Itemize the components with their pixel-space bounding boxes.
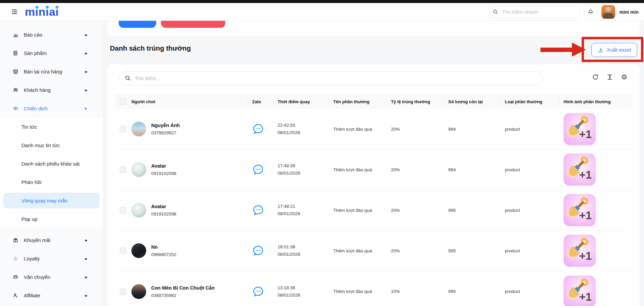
sidebar-collapse-icon[interactable] <box>10 7 19 16</box>
player-name: Avatar <box>151 204 176 209</box>
gift-icon <box>12 237 19 243</box>
spin-date: 08/01/2026 <box>278 211 300 216</box>
submenu-item-pop-up[interactable]: Pop up <box>0 210 103 228</box>
prize-plus-label: +1 <box>579 291 592 302</box>
win-rate: 10% <box>391 289 448 294</box>
row-height-icon[interactable] <box>606 73 614 81</box>
bell-icon <box>588 9 594 15</box>
header: mınıaı mini min <box>0 3 644 21</box>
spin-date: 08/01/2026 <box>278 171 300 176</box>
app-window: mınıaı mini min Báo cáo ▶ Sản phẩm ▶ <box>0 0 644 306</box>
prize-type: product <box>505 248 564 253</box>
prize-plus-label: +1 <box>579 250 592 261</box>
win-rate: 20% <box>391 248 448 253</box>
column-header-zalo: Zalo <box>252 99 278 104</box>
column-header-prize: Tên phần thưởng <box>333 99 391 104</box>
row-checkbox[interactable] <box>120 166 126 173</box>
delivery-icon <box>12 274 19 280</box>
chevron-right-icon: ▶ <box>85 294 87 297</box>
prize-image: +1 <box>564 154 596 186</box>
player-phone: 0966807202 <box>151 252 176 257</box>
sidebar-item-san-pham[interactable]: Sản phẩm ▶ <box>0 44 103 62</box>
zalo-chat-icon[interactable] <box>252 245 278 257</box>
select-all-checkbox[interactable] <box>120 98 126 105</box>
column-header-time: Thời điểm quay <box>278 99 333 104</box>
prize-image: +1 <box>564 276 596 306</box>
row-checkbox[interactable] <box>120 247 126 254</box>
spin-date: 08/01/2026 <box>278 293 300 298</box>
row-checkbox[interactable] <box>120 288 126 295</box>
annotation-arrow <box>540 48 573 52</box>
avatar <box>131 162 146 177</box>
brand-logo[interactable]: mınıaı <box>25 6 59 17</box>
sidebar-item-khuyen-mai[interactable]: Khuyến mãi ▶ <box>0 231 103 249</box>
global-search-input[interactable] <box>501 9 576 15</box>
prize-type: product <box>505 289 564 294</box>
prize-type: product <box>505 208 564 213</box>
download-icon <box>598 47 604 53</box>
submenu-item-tin-tuc[interactable]: Tin tức <box>0 118 103 136</box>
submenu-item-danh-muc-tin-tuc[interactable]: Danh mục tin tức <box>0 136 103 155</box>
player-name: Avatar <box>151 163 176 169</box>
zalo-chat-icon[interactable] <box>252 123 278 135</box>
spin-date: 08/01/2026 <box>278 130 300 135</box>
spin-time: 22:42:55 <box>278 123 295 128</box>
prize-name: Thêm lượt đào quà <box>333 208 391 213</box>
notifications-button[interactable] <box>584 5 597 19</box>
table-row[interactable]: Avatar 0919102598 17:48:21 08/01/2026 Th… <box>115 190 632 231</box>
column-header-image: Hình ảnh phần thưởng <box>564 99 632 104</box>
table-row[interactable]: Avatar 0919102598 17:48:39 08/01/2026 Th… <box>115 149 632 190</box>
refresh-icon[interactable] <box>591 73 599 81</box>
zalo-chat-icon[interactable] <box>252 164 278 176</box>
table-search-input[interactable] <box>134 75 537 82</box>
column-header-player: Người chơi <box>131 99 252 104</box>
settings-gear-icon[interactable]: ⚙ <box>620 73 628 81</box>
main-content: Danh sách trúng thưởng Xuất excel ⚙ Ngườ… <box>103 21 644 306</box>
win-rate: 20% <box>391 208 448 213</box>
spin-time: 16:01:38 <box>278 244 295 249</box>
row-checkbox[interactable] <box>120 207 126 213</box>
prize-name: Thêm lượt đào quà <box>333 289 391 294</box>
player-phone: 0919102598 <box>151 211 176 217</box>
player-phone: 0919102598 <box>151 171 176 176</box>
sidebar-item-ban-tai-cua-hang[interactable]: Bán tại cửa hàng ▶ <box>0 62 103 81</box>
sidebar-item-bao-cao[interactable]: Báo cáo ▶ <box>0 25 103 44</box>
global-search[interactable] <box>488 6 580 18</box>
clipped-blue-button[interactable] <box>119 21 156 28</box>
sidebar-item-khach-hang[interactable]: Khách hàng ▶ <box>0 81 103 99</box>
export-excel-button[interactable]: Xuất excel <box>591 43 637 57</box>
prize-name: Thêm lượt đào quà <box>333 248 391 253</box>
prize-image: +1 <box>564 113 596 145</box>
remaining-quantity: 995 <box>448 289 505 294</box>
top-black-bar <box>0 0 644 3</box>
page-title: Danh sách trúng thưởng <box>110 44 191 52</box>
zalo-chat-icon[interactable] <box>252 204 278 216</box>
submenu-item-phan-hoi[interactable]: Phản hồi <box>0 173 103 191</box>
row-checkbox[interactable] <box>120 126 126 132</box>
player-name: Con Mèo Bị Con Chuột Cắn <box>151 285 215 291</box>
table-row[interactable]: Nn 0966807202 16:01:38 08/01/2026 Thêm l… <box>115 231 632 271</box>
submenu-item-vong-quay-may-man[interactable]: Vòng quay may mắn <box>3 193 100 208</box>
user-avatar[interactable] <box>601 5 615 19</box>
spin-time: 17:48:39 <box>278 163 295 168</box>
storefront-icon <box>12 69 19 74</box>
sidebar-item-chien-dich[interactable]: Chiến dịch ▼ <box>0 99 103 118</box>
table-search[interactable] <box>119 71 542 85</box>
bar-chart-icon <box>12 32 19 38</box>
player-phone: 0388735982 <box>151 293 215 298</box>
prize-image: +1 <box>564 194 596 226</box>
remaining-quantity: 995 <box>448 248 505 253</box>
sidebar-item-van-chuyen[interactable]: Vận chuyển ▶ <box>0 268 103 286</box>
remaining-quantity: 994 <box>448 167 505 172</box>
sidebar-item-affiliate[interactable]: Affiliate ▶ <box>0 286 103 305</box>
table-row[interactable]: Nguyễn Ánh 0379929927 22:42:55 08/01/202… <box>115 109 632 149</box>
clipped-red-button[interactable] <box>161 21 225 28</box>
zalo-chat-icon[interactable] <box>252 286 278 298</box>
submenu-item-phieu-khao-sat[interactable]: Danh sách phiếu khảo sát <box>0 155 103 173</box>
sidebar-item-loyalty[interactable]: ☆ Loyalty ▶ <box>0 249 103 268</box>
top-card <box>107 21 640 36</box>
table-row[interactable]: Con Mèo Bị Con Chuột Cắn 0388735982 13:1… <box>115 271 632 306</box>
prize-plus-label: +1 <box>579 169 592 180</box>
chevron-right-icon: ▶ <box>85 88 87 92</box>
table-body: Nguyễn Ánh 0379929927 22:42:55 08/01/202… <box>115 109 632 306</box>
